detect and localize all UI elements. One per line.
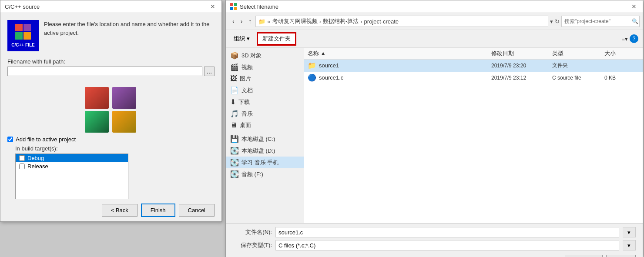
col-date-header[interactable]: 修改日期 [491,50,552,57]
sidebar-item-desktop[interactable]: 🖥 桌面 [226,120,304,131]
drive-f-icon: 💽 [230,170,239,178]
pictures-icon: 🖼 [230,75,237,83]
filepath-row: … [7,67,215,76]
select-filename-dialog: Select filename ✕ ‹ › ↑ 📁 « 考研复习网课视频 › 数… [225,0,643,257]
sidebar-item-drive-d[interactable]: 💽 本地磁盘 (D:) [226,145,304,157]
dialog2-toolbar: ‹ › ↑ 📁 « 考研复习网课视频 › 数据结构-算法 › project-c… [226,13,643,30]
cube-illustration-icon [83,85,139,133]
add-to-project-row: Add file to active project [7,136,215,143]
col-name-header[interactable]: 名称 ▲ [308,50,491,57]
filename-input[interactable] [275,227,619,237]
breadcrumb-dropdown-button[interactable]: ▾ [550,18,553,25]
col-date-label: 修改日期 [491,50,514,57]
search-icon: 🔍 [632,18,638,24]
target-debug-checkbox[interactable] [19,155,25,161]
add-to-project-label: Add file to active project [16,136,76,143]
dialog1-titlebar: C/C++ source ✕ [0,0,221,13]
dialog2-subbar: 组织 ▾ 新建文件夹 ≡▾ ? [226,30,643,48]
file-size-source1c: 0 KB [604,75,639,81]
col-name-sort: ▲ [320,50,326,57]
target-release-checkbox[interactable] [19,164,25,169]
target-release-label: Release [27,163,48,170]
sidebar-item-video[interactable]: 🎬 视频 [226,61,304,73]
new-folder-button[interactable]: 新建文件夹 [258,33,295,44]
dialog1-description: Please enter the file's location and nam… [44,20,215,51]
sidebar-label-docs: 文档 [242,87,253,94]
nav-back-button[interactable]: ‹ [230,17,237,26]
sidebar-item-music[interactable]: 🎵 音乐 [226,108,304,120]
filename-dropdown-button[interactable]: ▾ [623,227,636,237]
filetype-input[interactable] [275,240,619,250]
hide-folders-row: ▲ 隐藏文件夹 [233,255,277,257]
organize-label: 组织 ▾ [234,35,250,43]
dialog2-footer: 文件名(N): ▾ 保存类型(T): ▾ ▲ 隐藏文件夹 保存(S) 取消 [226,223,643,257]
browse-icon: … [207,68,212,75]
breadcrumb-part1[interactable]: 考研复习网课视频 [272,17,318,25]
sidebar-item-drive-f[interactable]: 💽 音频 (F:) [226,168,304,180]
file-row-source1-folder[interactable]: 📁 source1 2019/7/9 23:20 文件夹 [304,60,643,72]
svg-rect-13 [234,3,237,6]
svg-rect-2 [15,32,23,40]
file-type-source1: 文件夹 [552,62,604,69]
svg-rect-5 [85,87,109,109]
save-button[interactable]: 保存(S) [566,255,603,257]
sidebar-label-pictures: 图片 [240,75,251,83]
dialog1-image-container [0,85,221,136]
browse-button[interactable]: … [204,67,215,76]
filepath-input[interactable] [7,67,202,76]
target-debug-item[interactable]: Debug [16,154,128,162]
col-name-label: 名称 [308,50,319,57]
cpp-logo-icon [15,24,31,40]
docs-icon: 📄 [230,86,239,94]
file-date-source1c: 2019/7/9 23:12 [491,75,552,81]
dialog1-close-button[interactable]: ✕ [208,3,217,10]
col-size-header[interactable]: 大小 [604,50,639,57]
back-button[interactable]: < Back [102,204,138,217]
dialog2-files: 名称 ▲ 修改日期 类型 大小 📁 source1 2019/7/9 23:20 [304,48,643,223]
sidebar-item-pictures[interactable]: 🖼 图片 [226,73,304,84]
filetype-dropdown-button[interactable]: ▾ [623,240,636,250]
sidebar-item-docs[interactable]: 📄 文档 [226,84,304,96]
dialog2-close-button[interactable]: ✕ [630,3,638,10]
sidebar-item-drive-c[interactable]: 💾 本地磁盘 (C:) [226,133,304,145]
footer-bottom-row: ▲ 隐藏文件夹 保存(S) 取消 [233,253,636,257]
svg-rect-11 [112,111,136,133]
file-row-source1-c[interactable]: 🔵 source1.c 2019/7/9 23:12 C source file… [304,72,643,84]
sidebar-label-downloads: 下载 [238,98,250,106]
sidebar-item-downloads[interactable]: ⬇ 下载 [226,96,304,108]
file-type-source1c: C source file [552,75,604,81]
windows-logo-icon [230,3,237,10]
cpp-source-dialog: C/C++ source ✕ C/C++ FILE Please enter t… [0,0,222,222]
video-icon: 🎬 [230,63,239,71]
organize-button[interactable]: 组织 ▾ [230,33,253,44]
footer-action-btns: 保存(S) 取消 [566,255,636,257]
view-mode-button[interactable]: ≡▾ [621,36,628,42]
sidebar-label-drive-f: 音频 (F:) [242,170,263,178]
add-to-project-checkbox[interactable] [7,137,13,142]
nav-up-button[interactable]: ↑ [246,17,254,26]
target-release-item[interactable]: Release [16,162,128,170]
filetype-label: 保存类型(T): [233,241,272,249]
sidebar-item-music-phone[interactable]: 💽 学习 音乐 手机 [226,157,304,168]
dialog2-sidebar: 📦 3D 对象 🎬 视频 🖼 图片 📄 文档 ⬇ 下载 🎵 音乐 [226,48,304,223]
dialog2-main: 📦 3D 对象 🎬 视频 🖼 图片 📄 文档 ⬇ 下载 🎵 音乐 [226,48,643,223]
desktop-icon: 🖥 [230,121,237,129]
build-targets-listbox[interactable]: Debug Release [15,154,128,206]
finish-button[interactable]: Finish [141,204,175,217]
nav-forward-button[interactable]: › [238,17,245,26]
svg-rect-12 [230,3,233,6]
col-type-header[interactable]: 类型 [552,50,604,57]
breadcrumb-part2[interactable]: 数据结构-算法 [323,17,359,25]
cancel-button[interactable]: Cancel [179,204,215,217]
refresh-button[interactable]: ↻ [555,18,560,25]
sidebar-label-music-phone: 学习 音乐 手机 [242,159,278,167]
search-input[interactable] [561,16,640,27]
help-button[interactable]: ? [630,34,638,43]
sidebar-item-3d[interactable]: 📦 3D 对象 [226,50,304,61]
files-list: 📁 source1 2019/7/9 23:20 文件夹 🔵 source1.c… [304,60,643,223]
dialog1-content: Filename with full path: … [0,58,221,85]
breadcrumb-sep1: « [267,18,270,25]
dialog2-cancel-button[interactable]: 取消 [606,255,636,257]
breadcrumb-bar[interactable]: 📁 « 考研复习网课视频 › 数据结构-算法 › project-create [255,16,548,27]
svg-rect-9 [85,111,109,133]
